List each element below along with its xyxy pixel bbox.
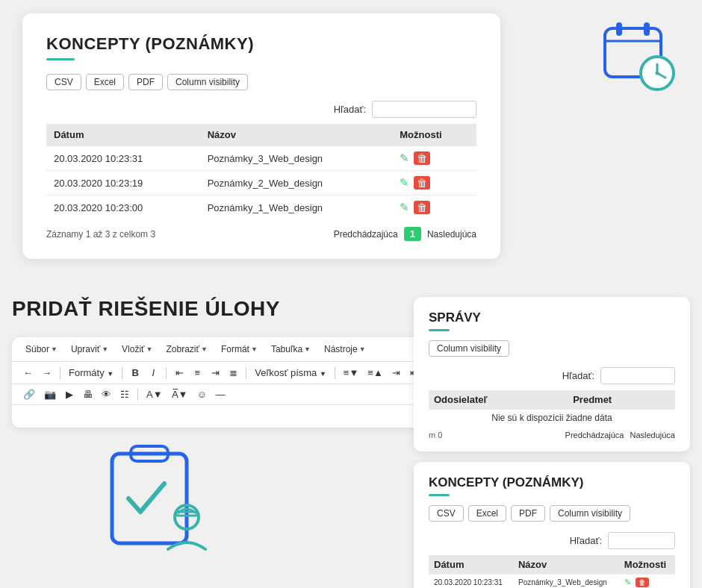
table-footer: Záznamy 1 až 3 z celkom 3 Predchádzajúca… (46, 227, 476, 241)
pdf-button[interactable]: PDF (128, 74, 163, 90)
nastroje-chevron: ▼ (359, 345, 366, 353)
cell-actions: ✎ 🗑 (392, 171, 476, 196)
svg-rect-2 (616, 22, 622, 36)
koncepty-right-underline (429, 494, 450, 496)
search-label: Hľadať: (334, 104, 366, 115)
spravy-prev-button[interactable]: Predchádzajúca (565, 431, 624, 440)
italic-button[interactable]: I (145, 366, 161, 380)
koncepty-excel-button[interactable]: Excel (468, 505, 506, 522)
align-left-button[interactable]: ⇤ (171, 366, 187, 380)
koncepty-pdf-button[interactable]: PDF (511, 505, 545, 522)
col-header-nazov: Názov (200, 124, 393, 146)
editor-section: Súbor ▼ Upraviť ▼ Vložiť ▼ Zobraziť ▼ Fo… (12, 337, 430, 428)
csv-button[interactable]: CSV (46, 74, 81, 90)
font-color-button[interactable]: A▼ (143, 387, 167, 401)
menu-nastroje[interactable]: Nástroje ▼ (318, 342, 372, 357)
align-justify-button[interactable]: ≣ (225, 366, 241, 380)
edit-icon[interactable]: ✎ (624, 578, 631, 587)
delete-icon[interactable]: 🗑 (414, 201, 430, 214)
spravy-no-data: Nie sú k dispozícii žiadne dáta (429, 410, 675, 427)
main-table: Dátum Názov Možnosti 20.03.2020 10:23:31… (46, 124, 476, 219)
menu-subor[interactable]: Súbor ▼ (19, 342, 63, 357)
task-illustration (90, 439, 224, 566)
editor-body[interactable] (12, 405, 430, 428)
menu-tabulka[interactable]: Tabuľka ▼ (265, 342, 317, 357)
koncepty-search-input[interactable] (608, 532, 675, 549)
upravit-chevron: ▼ (102, 345, 108, 353)
cell-name: Poznámky_2_Web_design (200, 171, 393, 196)
spravy-footer: m 0 Predchádzajúca Nasledujúca (429, 431, 675, 440)
cell-date: 20.03.2020 10:23:19 (46, 171, 200, 196)
next-page-button[interactable]: Nasledujúca (427, 229, 476, 240)
tabulka-chevron: ▼ (304, 345, 311, 353)
spravy-col-vis-button[interactable]: Column visibility (429, 340, 509, 357)
format-chevron: ▼ (251, 345, 258, 353)
cell-name: Poznámky_3_Web_design (513, 575, 619, 589)
redo-button[interactable]: → (38, 366, 55, 380)
undo-button[interactable]: ← (19, 366, 37, 380)
list-ordered-button[interactable]: ≡▲ (364, 366, 386, 380)
column-visibility-button[interactable]: Column visibility (167, 74, 248, 90)
print-button[interactable]: 🖶 (79, 387, 96, 401)
bg-color-button[interactable]: A̅▼ (168, 387, 192, 401)
edit-icon[interactable]: ✎ (400, 201, 409, 214)
spravy-next-button[interactable]: Nasledujúca (630, 431, 675, 440)
formaty-dropdown[interactable]: Formáty ▼ (65, 366, 117, 380)
menu-vlozit[interactable]: Vložiť ▼ (116, 342, 158, 357)
separator-3 (166, 367, 167, 379)
media-button[interactable]: ▶ (61, 387, 78, 401)
bold-button[interactable]: B (127, 366, 143, 380)
koncepty-col-vis-button[interactable]: Column visibility (550, 505, 630, 522)
delete-icon[interactable]: 🗑 (414, 176, 430, 190)
editor-toolbar-1: ← → Formáty ▼ B I ⇤ ≡ ⇥ ≣ Veľkosť písma … (12, 362, 430, 384)
separator-1 (60, 367, 60, 379)
section-heading: PRIDAŤ RIEŠENIE ÚLOHY (12, 297, 280, 321)
menu-upravit[interactable]: Upraviť ▼ (65, 342, 114, 357)
subor-chevron: ▼ (51, 345, 58, 353)
spravy-card: SPRÁVY Column visibility Hľadať: Odosiel… (414, 297, 690, 451)
align-right-button[interactable]: ⇥ (207, 366, 223, 380)
delete-icon[interactable]: 🗑 (636, 578, 649, 587)
spravy-col-predmet: Predmet (568, 390, 675, 410)
menu-format[interactable]: Formát ▼ (215, 342, 264, 357)
spravy-search-row: Hľadať: (429, 367, 675, 384)
koncepty-csv-button[interactable]: CSV (429, 505, 464, 522)
task-svg (90, 439, 224, 566)
list-unordered-button[interactable]: ≡▼ (340, 366, 362, 380)
table-insert-button[interactable]: ☷ (117, 387, 133, 401)
k-col-nazov: Názov (513, 555, 619, 575)
vlozit-chevron: ▼ (146, 345, 153, 353)
cell-date: 20.03.2020 10:23:00 (46, 196, 200, 220)
image-button[interactable]: 📷 (40, 387, 60, 401)
excel-button[interactable]: Excel (86, 74, 124, 90)
cell-name: Poznámky_1_Web_design (200, 196, 393, 220)
koncepty-right-title: KONCEPTY (POZNÁMKY) (429, 475, 675, 490)
separator-5 (335, 367, 335, 379)
preview-button[interactable]: 👁 (98, 387, 115, 401)
koncepty-search-label: Hľadať: (570, 535, 602, 546)
top-card-title: KONCEPTY (POZNÁMKY) (46, 34, 476, 54)
editor-toolbar-2: 🔗 📷 ▶ 🖶 👁 ☷ A▼ A̅▼ ☺ — (12, 384, 430, 405)
edit-icon[interactable]: ✎ (400, 151, 409, 165)
pagination: Predchádzajúca 1 Nasledujúca (334, 227, 476, 241)
edit-icon[interactable]: ✎ (400, 176, 409, 190)
calendar-icon-area (597, 15, 680, 97)
hr-button[interactable]: — (212, 387, 229, 401)
link-button[interactable]: 🔗 (19, 387, 39, 401)
col-header-datum: Dátum (46, 124, 200, 146)
search-input[interactable] (372, 101, 476, 118)
prev-page-button[interactable]: Predchádzajúca (334, 229, 398, 240)
spravy-search-input[interactable] (600, 367, 675, 384)
delete-icon[interactable]: 🗑 (414, 151, 430, 165)
table-row: 20.03.2020 10:23:31 Poznámky_3_Web_desig… (429, 575, 675, 589)
k-col-moznosti: Možnosti (619, 555, 675, 575)
emoji-button[interactable]: ☺ (193, 387, 210, 401)
fontsize-dropdown[interactable]: Veľkosť písma ▼ (251, 366, 330, 380)
right-section: SPRÁVY Column visibility Hľadať: Odosiel… (414, 297, 690, 588)
koncepty-right-card: KONCEPTY (POZNÁMKY) CSV Excel PDF Column… (414, 462, 690, 588)
indent-in-button[interactable]: ⇥ (388, 366, 405, 380)
table-row: 20.03.2020 10:23:31 Poznámky_3_Web_desig… (46, 146, 476, 171)
spravy-count: m 0 (429, 431, 442, 440)
menu-zobrazit[interactable]: Zobraziť ▼ (161, 342, 214, 357)
align-center-button[interactable]: ≡ (189, 366, 205, 380)
